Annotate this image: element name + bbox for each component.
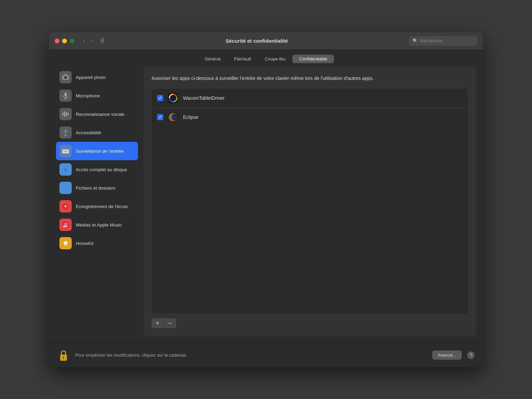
eclipse-checkbox[interactable]: ✓ — [157, 114, 163, 120]
help-button[interactable]: ? — [467, 352, 475, 359]
sidebar-item-input[interactable]: Surveillance de l'entrée — [56, 142, 138, 160]
sidebar-label-music: Médias et Apple Music — [76, 222, 122, 228]
app-item-eclipse[interactable]: ✓ — [152, 108, 468, 126]
sidebar-item-accessibility[interactable]: Accessibilité — [56, 123, 138, 142]
search-icon: 🔍 — [412, 38, 418, 43]
sidebar-item-camera[interactable]: Appareil photo — [56, 68, 138, 86]
files-icon — [59, 182, 72, 194]
maximize-button[interactable] — [70, 39, 74, 43]
grid-icon[interactable]: ⠿ — [100, 37, 104, 45]
nav-arrows: ‹ › — [81, 37, 95, 45]
svg-rect-20 — [68, 151, 68, 152]
sidebar: Appareil photo Microphone — [56, 67, 138, 336]
sidebar-label-screen: Enregistrement de l'écran — [76, 204, 128, 209]
add-app-button[interactable]: + — [152, 318, 164, 328]
svg-rect-10 — [68, 113, 69, 115]
svg-rect-28 — [65, 244, 66, 246]
disk-icon — [59, 163, 72, 176]
svg-rect-8 — [64, 111, 65, 117]
svg-rect-17 — [68, 150, 69, 151]
camera-icon — [59, 71, 72, 83]
svg-rect-16 — [67, 150, 68, 151]
sidebar-label-microphone: Microphone — [76, 93, 100, 98]
tab-filevault[interactable]: FileVault — [227, 55, 258, 63]
sidebar-label-accessibility: Accessibilité — [76, 130, 101, 135]
svg-rect-15 — [66, 150, 66, 151]
sidebar-item-microphone[interactable]: Microphone — [56, 86, 138, 105]
wacom-app-name: WacomTabletDriver — [183, 95, 225, 101]
keyboard-icon — [59, 145, 72, 157]
bottom-bar: Pour empêcher les modifications, cliquez… — [49, 343, 483, 367]
main-window: ‹ › ⠿ Sécurité et confidentialité 🔍 Géné… — [49, 32, 483, 367]
remove-app-button[interactable]: − — [164, 318, 176, 328]
svg-rect-18 — [63, 151, 64, 152]
accessibility-icon — [59, 126, 72, 139]
svg-rect-7 — [62, 112, 64, 116]
window-title: Sécurité et confidentialité — [109, 38, 405, 44]
content-panel: Autoriser les apps ci-dessous à surveill… — [143, 67, 476, 336]
eclipse-check-icon: ✓ — [158, 115, 162, 120]
lock-button[interactable] — [57, 348, 70, 363]
sidebar-label-camera: Appareil photo — [76, 75, 106, 80]
sidebar-item-homekit[interactable]: HomeKit — [56, 234, 138, 252]
home-icon — [59, 237, 72, 249]
svg-rect-13 — [63, 150, 64, 151]
sidebar-item-voice[interactable]: Reconnaissance vocale — [56, 105, 138, 123]
sidebar-item-screen[interactable]: Enregistrement de l'écran — [56, 197, 138, 216]
svg-point-33 — [63, 356, 65, 358]
tab-firewall[interactable]: Coupe-feu — [258, 55, 292, 63]
content-description: Autoriser les apps ci-dessous à surveill… — [152, 75, 468, 82]
mic-icon — [59, 90, 72, 102]
wacom-checkbox[interactable]: ✓ — [157, 95, 163, 101]
bottom-lock-text: Pour empêcher les modifications, cliquez… — [75, 353, 427, 358]
sidebar-label-voice: Reconnaissance vocale — [76, 112, 125, 117]
music-icon — [59, 219, 72, 231]
advanced-button[interactable]: Avancé... — [432, 350, 462, 360]
sidebar-label-disk: Accès complet au disque — [76, 167, 127, 172]
svg-rect-21 — [64, 169, 67, 171]
close-button[interactable] — [55, 39, 59, 43]
sidebar-label-input: Surveillance de l'entrée — [76, 149, 124, 154]
svg-rect-14 — [64, 150, 65, 151]
traffic-lights — [55, 39, 74, 43]
back-arrow[interactable]: ‹ — [81, 37, 87, 45]
wacom-check-icon: ✓ — [158, 96, 162, 100]
search-input[interactable] — [420, 38, 474, 43]
titlebar: ‹ › ⠿ Sécurité et confidentialité 🔍 — [49, 32, 483, 50]
search-bar[interactable]: 🔍 — [409, 36, 477, 46]
main-content: Appareil photo Microphone — [49, 67, 483, 343]
svg-rect-25 — [62, 221, 69, 228]
app-item-wacom[interactable]: ✓ WacomTabletDriver — [152, 89, 468, 108]
sidebar-label-files: Fichiers et dossiers — [76, 185, 115, 191]
sidebar-item-files[interactable]: Fichiers et dossiers — [56, 179, 138, 197]
list-controls: + − — [152, 318, 468, 328]
svg-rect-4 — [65, 93, 67, 96]
svg-point-2 — [65, 77, 66, 78]
sidebar-item-music[interactable]: Médias et Apple Music — [56, 216, 138, 234]
screen-icon — [59, 200, 72, 212]
svg-point-24 — [65, 206, 66, 207]
tab-privacy[interactable]: Confidentialité — [292, 55, 334, 63]
minimize-button[interactable] — [62, 39, 67, 43]
svg-rect-3 — [64, 74, 67, 75]
sidebar-item-disk[interactable]: Accès complet au disque — [56, 160, 138, 179]
wacom-logo — [168, 93, 178, 103]
svg-point-11 — [65, 129, 67, 131]
svg-rect-9 — [66, 112, 67, 116]
tab-general[interactable]: Général — [198, 55, 227, 63]
svg-rect-19 — [64, 151, 67, 152]
eclipse-app-name: Eclipse — [183, 114, 198, 120]
voice-icon — [59, 108, 72, 120]
forward-arrow[interactable]: › — [88, 37, 94, 45]
eclipse-logo — [168, 112, 178, 122]
tabs-bar: Général FileVault Coupe-feu Confidential… — [49, 50, 483, 67]
sidebar-label-homekit: HomeKit — [76, 241, 94, 246]
apps-list: ✓ WacomTabletDriver — [152, 89, 468, 314]
